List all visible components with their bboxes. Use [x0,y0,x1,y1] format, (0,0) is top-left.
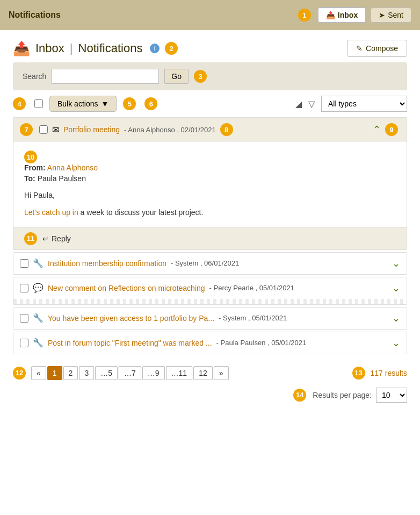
notification-meta-1: - Anna Alphonso , 02/01/2021 [124,126,216,134]
notification-to: To: Paula Paulsen [24,174,396,183]
notification-list: 7 ✉ Portfolio meeting - Anna Alphonso , … [13,117,407,354]
chevron-up-icon: ⌃ [373,124,381,135]
notification-toggle-1[interactable]: ⌃ [373,124,381,135]
page-2-button[interactable]: 2 [63,366,78,380]
page-7-button[interactable]: …7 [119,366,141,380]
collapsed-notification-3: 🔧 You have been given access to 1 portfo… [13,307,407,330]
chevron-down-icon-2: ⌄ [392,283,400,294]
inbox-icon: 📤 [326,11,335,19]
badge-1: 1 [298,9,311,22]
reply-button[interactable]: ↵ Reply [42,234,71,243]
collapsed-row-4[interactable]: 🔧 Post in forum topic "First meeting" wa… [13,332,407,354]
divider: | [70,41,73,55]
message-rest: a week to discuss your latest project. [78,208,204,217]
compose-button[interactable]: ✎ Compose [347,40,407,57]
wavy-divider [13,299,407,304]
notification-checkbox-1[interactable] [39,125,48,134]
notification-title-link-1[interactable]: Portfolio meeting [63,125,120,134]
page-header-left: 📤 Inbox | Notifications i 2 [13,40,180,57]
notification-toggle-4[interactable]: ⌄ [392,312,400,324]
results-count: 117 results [371,369,407,377]
message-body: Let's catch up in a week to discuss your… [24,206,396,218]
to-value: Paula Paulsen [38,174,86,183]
wrench-icon-1: 🔧 [33,258,44,268]
inbox-word: Inbox [35,41,64,55]
pagination-area: 12 « 1 2 3 …5 …7 …9 …11 12 » 13 117 resu… [0,359,420,388]
notification-toggle-2[interactable]: ⌄ [392,258,400,269]
page-next-button[interactable]: » [214,366,229,380]
comment-icon: 💬 [33,283,44,293]
message-greeting: Hi Paula, [24,189,396,201]
rpp-label: Results per page: [313,391,372,399]
top-bar-title: Notifications [9,10,61,20]
filter-funnel-icon: ◢ [295,99,302,109]
collapsed-row-1[interactable]: 🔧 Institution membership confirmation - … [13,253,407,274]
notification-checkbox-2[interactable] [20,259,28,268]
page-1-button[interactable]: 1 [47,366,62,380]
envelope-icon: ✉ [52,125,59,135]
sent-nav-button[interactable]: ➤ Sent [371,8,411,23]
badge-5: 5 [123,97,136,110]
bulk-actions-button[interactable]: Bulk actions ▼ [49,96,117,112]
notification-meta-3: - Percy Pearle , 05/01/2021 [209,284,294,292]
collapsed-notification-2: 💬 New comment on Reflections on microtea… [13,277,407,305]
collapsed-notification-1: 🔧 Institution membership confirmation - … [13,252,407,275]
notification-message: Hi Paula, Let's catch up in a week to di… [24,189,396,219]
badge-9: 9 [385,123,398,136]
chevron-down-icon-1: ⌄ [392,258,400,269]
page-5-button[interactable]: …5 [95,366,118,380]
notification-toggle-5[interactable]: ⌄ [392,337,400,349]
notification-from: From: Anna Alphonso [24,163,396,172]
chevron-down-icon-4: ⌄ [392,338,400,348]
pagination: « 1 2 3 …5 …7 …9 …11 12 » [31,366,229,380]
badge-10: 10 [24,151,37,163]
results-per-page: 14 Results per page: 10 25 50 100 [0,388,420,411]
expanded-notification-header: 7 ✉ Portfolio meeting - Anna Alphonso , … [13,118,407,141]
message-highlight: Let's catch up in [24,208,78,217]
search-input[interactable] [52,69,159,84]
to-label: To: [24,174,35,183]
page-12-button[interactable]: 12 [193,366,213,380]
results-per-page-select[interactable]: 10 25 50 100 [376,388,407,403]
page-header: 📤 Inbox | Notifications i 2 ✎ Compose [0,30,420,62]
search-label: Search [23,72,46,81]
notification-title-link-5[interactable]: Post in forum topic "First meeting" was … [48,339,212,347]
go-button[interactable]: Go [164,69,189,84]
notification-meta-5: - Paula Paulsen , 05/01/2021 [216,339,307,347]
filter-button[interactable]: ◢ [295,98,302,110]
notification-toggle-3[interactable]: ⌄ [392,282,400,294]
notification-title-link-2[interactable]: Institution membership confirmation [48,259,166,268]
inbox-nav-button[interactable]: 📤 Inbox [317,7,366,23]
notification-meta-4: - System , 05/01/2021 [219,314,287,322]
sent-icon: ➤ [379,11,385,19]
notification-title-link-4[interactable]: You have been given access to 1 portfoli… [48,314,214,323]
wrench-icon-3: 🔧 [33,338,44,348]
page-3-button[interactable]: 3 [79,366,94,380]
page-9-button[interactable]: …9 [142,366,165,380]
notification-checkbox-5[interactable] [20,339,28,347]
page-prev-button[interactable]: « [31,366,46,380]
info-icon[interactable]: i [150,44,160,53]
badge-12: 12 [13,367,26,380]
notification-meta-2: - System , 06/01/2021 [171,259,239,267]
reply-icon: ↵ [42,234,49,243]
collapsed-row-2[interactable]: 💬 New comment on Reflections on microtea… [13,277,407,299]
inbox-page-icon: 📤 [13,40,30,57]
notification-checkbox-3[interactable] [20,284,28,292]
top-bar: Notifications 1 📤 Inbox ➤ Sent [0,0,420,30]
select-all-checkbox[interactable] [34,99,43,108]
type-select[interactable]: All types Messages Notifications System [321,96,407,112]
notification-checkbox-4[interactable] [20,314,28,323]
dropdown-arrow-icon: ▼ [101,99,108,108]
compose-icon: ✎ [356,44,363,53]
page-11-button[interactable]: …11 [166,366,193,380]
badge-11: 11 [24,232,37,245]
badge-7: 7 [20,123,33,136]
notification-title-link-3[interactable]: New comment on Reflections on microteach… [48,284,205,292]
badge-2: 2 [165,42,178,55]
badge-14: 14 [293,389,306,402]
filter-funnel-icon: ▽ [308,99,315,109]
badge-4: 4 [13,97,26,110]
collapsed-row-3[interactable]: 🔧 You have been given access to 1 portfo… [13,307,407,329]
top-bar-nav: 1 📤 Inbox ➤ Sent [298,7,411,23]
